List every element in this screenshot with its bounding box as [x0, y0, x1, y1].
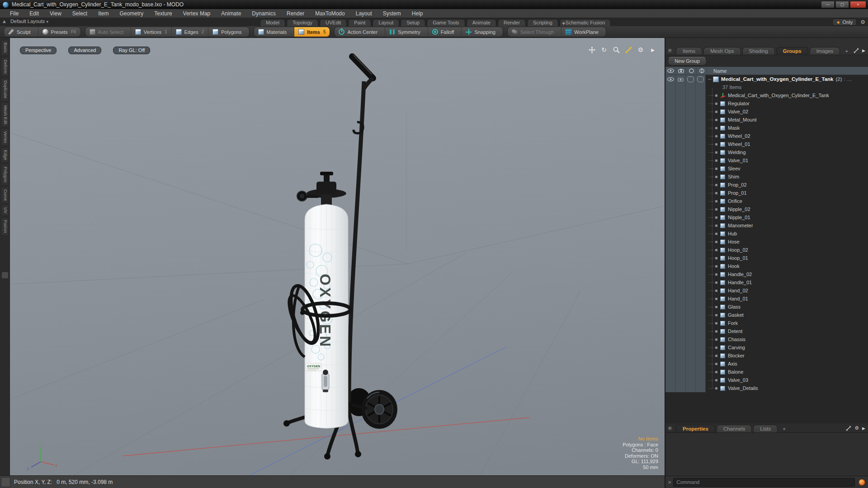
tree-bullet[interactable]: [715, 176, 717, 178]
tree-bullet[interactable]: [715, 257, 717, 259]
close-button[interactable]: ×: [850, 1, 866, 8]
menu-item[interactable]: Animate: [216, 9, 246, 18]
left-vertical-tab[interactable]: Mesh Edit: [1, 103, 9, 127]
visibility-column-icon[interactable]: [665, 67, 676, 75]
menu-item[interactable]: Vertex Map: [178, 9, 216, 18]
toolbar-button[interactable]: Edges2: [172, 27, 209, 37]
tree-item-row[interactable]: Valve_03: [665, 376, 868, 384]
tree-bullet[interactable]: [715, 94, 717, 97]
left-vertical-tab[interactable]: Polygon: [1, 164, 9, 185]
panel-tab[interactable]: Properties: [676, 425, 715, 432]
pan-icon[interactable]: [588, 46, 595, 53]
menu-item[interactable]: Edit: [24, 9, 44, 18]
tree-bullet[interactable]: [715, 160, 717, 162]
toolbar-button[interactable]: Falloff: [428, 27, 462, 37]
gear-icon[interactable]: ⚙: [860, 19, 865, 25]
tree-item-row[interactable]: Handle_02: [665, 270, 868, 278]
toolbar-button[interactable]: Select Through: [508, 27, 561, 37]
menu-item[interactable]: Texture: [149, 9, 177, 18]
menu-item[interactable]: Dynamics: [246, 9, 281, 18]
left-vertical-tab[interactable]: Fusion: [1, 217, 9, 236]
toolbar-button[interactable]: Items5: [294, 27, 330, 37]
toolbar-button[interactable]: WorkPlane: [561, 27, 606, 37]
gear-icon[interactable]: ⚙: [854, 425, 859, 431]
tree-item-row[interactable]: Regulator: [665, 99, 868, 108]
tree-item-row[interactable]: Valve_02: [665, 108, 868, 116]
toolbar-button[interactable]: PresetsF6: [38, 27, 80, 37]
tree-bullet[interactable]: [715, 143, 717, 145]
panel-tab[interactable]: Items: [676, 47, 702, 55]
tree-item-row[interactable]: Hoop_02: [665, 246, 868, 254]
tree-item-row[interactable]: Wheel_01: [665, 140, 868, 148]
viewport-settings-gear-icon[interactable]: ⚙: [637, 46, 644, 53]
tree-item-row[interactable]: Valve_Details: [665, 384, 868, 392]
tree-bullet[interactable]: [715, 363, 717, 365]
layout-tab[interactable]: Setup: [401, 19, 425, 26]
tree-item-row[interactable]: Hose: [665, 238, 868, 246]
render-toggle-icon[interactable]: [675, 75, 685, 83]
new-group-button[interactable]: New Group: [668, 57, 707, 66]
panel-corner-icon[interactable]: [668, 427, 672, 431]
menu-item[interactable]: System: [377, 9, 406, 18]
tree-bullet[interactable]: [715, 298, 717, 300]
tree-bullet[interactable]: [715, 282, 717, 284]
menu-item[interactable]: Item: [93, 9, 114, 18]
tree-item-row[interactable]: Nipple_02: [665, 205, 868, 213]
viewport-menu-arrow-icon[interactable]: ▶: [649, 46, 656, 53]
panel-tab[interactable]: Channels: [717, 425, 752, 432]
panel-tab[interactable]: Shading: [742, 47, 775, 55]
viewport-3d[interactable]: OXYGEN: [10, 38, 665, 475]
tree-item-row[interactable]: Handle_01: [665, 278, 868, 286]
layout-tab[interactable]: Render: [498, 19, 526, 26]
zoom-icon[interactable]: [613, 46, 620, 53]
tree-item-row[interactable]: Glass: [665, 303, 868, 311]
tree-bullet[interactable]: [715, 347, 717, 349]
menu-item[interactable]: File: [5, 9, 24, 18]
tree-item-row[interactable]: Prop_01: [665, 189, 868, 197]
tree-bullet[interactable]: [715, 216, 717, 219]
tree-bullet[interactable]: [715, 241, 717, 243]
tree-item-row[interactable]: Hub: [665, 230, 868, 238]
maximize-viewport-icon[interactable]: [625, 46, 632, 53]
panel-tab[interactable]: Mesh Ops: [703, 47, 741, 55]
minimize-button[interactable]: —: [821, 1, 835, 8]
toolbar-button[interactable]: Auto Select: [85, 27, 131, 37]
layout-tab[interactable]: Model: [260, 19, 285, 26]
tree-bullet[interactable]: [715, 119, 717, 121]
add-panel-tab-button[interactable]: +: [841, 47, 852, 55]
default-layouts-dropdown[interactable]: Default Layouts ▾: [10, 19, 48, 24]
rotate-icon[interactable]: ↻: [600, 46, 608, 53]
tree-bullet[interactable]: [715, 111, 717, 113]
tree-bullet[interactable]: [715, 265, 717, 267]
lock-column-icon[interactable]: [686, 67, 697, 75]
maximize-button[interactable]: ▢: [835, 1, 849, 8]
menu-item[interactable]: Render: [281, 9, 310, 18]
tree-bullet[interactable]: [715, 273, 717, 276]
ghost-column-icon[interactable]: [697, 67, 707, 75]
tree-bullet[interactable]: [715, 306, 717, 308]
layout-tab[interactable]: Scripting: [527, 19, 558, 26]
expand-panel-icon[interactable]: [854, 48, 859, 53]
tree-bullet[interactable]: [715, 314, 717, 316]
tree-item-row[interactable]: Orifice: [665, 197, 868, 205]
menu-item[interactable]: MaxToModo: [310, 9, 350, 18]
toolbar-button[interactable]: Symmetry: [385, 27, 428, 37]
tree-item-row[interactable]: Nipple_01: [665, 213, 868, 221]
tree-bullet[interactable]: [715, 322, 717, 324]
add-panel-tab-button[interactable]: +: [779, 425, 789, 432]
layout-tab[interactable]: Game Tools: [427, 19, 465, 26]
left-vertical-tab[interactable]: Curve: [1, 187, 9, 203]
layout-tab[interactable]: UVEdit: [320, 19, 347, 26]
toolbar-button[interactable]: Snapping: [462, 27, 503, 37]
lock-toggle-checkbox[interactable]: [685, 75, 695, 83]
tree-item-row[interactable]: Carving: [665, 343, 868, 352]
panel-menu-arrow-icon[interactable]: ▶: [862, 426, 865, 431]
left-vertical-tab[interactable]: Basic: [1, 40, 9, 56]
left-vertical-tab[interactable]: Deform: [1, 57, 9, 76]
menu-item[interactable]: Layout: [350, 9, 377, 18]
tree-item-row[interactable]: Hand_02: [665, 286, 868, 295]
tree-bullet[interactable]: [715, 127, 717, 129]
panel-menu-arrow-icon[interactable]: ▶: [862, 48, 865, 53]
tree-bullet[interactable]: [715, 200, 717, 202]
viewport-mode-button[interactable]: Perspective: [20, 47, 57, 54]
